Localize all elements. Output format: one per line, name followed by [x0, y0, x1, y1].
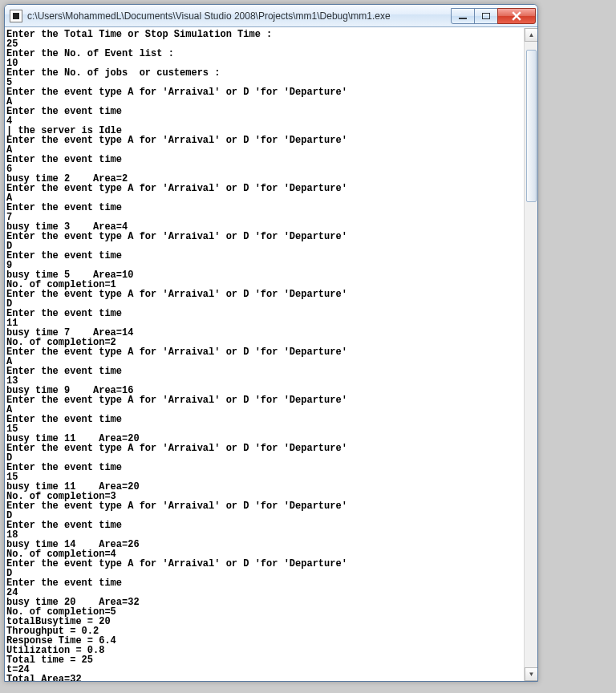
close-icon [512, 11, 521, 21]
window-title: c:\Users\MohammedL\Documents\Visual Stud… [27, 10, 452, 22]
close-button[interactable] [497, 8, 536, 24]
app-icon [10, 10, 22, 22]
scroll-down-button[interactable]: ▼ [525, 667, 537, 681]
maximize-button[interactable] [474, 8, 498, 24]
console-output[interactable]: Enter the Total Time or Stop Simulation … [5, 28, 524, 681]
console-window: c:\Users\MohammedL\Documents\Visual Stud… [4, 4, 538, 682]
scroll-up-button[interactable]: ▲ [525, 28, 537, 42]
vertical-scrollbar[interactable]: ▲ ▼ [524, 28, 537, 681]
window-controls [452, 8, 536, 24]
minimize-button[interactable] [451, 8, 475, 24]
content-area: Enter the Total Time or Stop Simulation … [5, 27, 537, 681]
scroll-thumb[interactable] [526, 50, 537, 202]
titlebar[interactable]: c:\Users\MohammedL\Documents\Visual Stud… [5, 5, 537, 27]
